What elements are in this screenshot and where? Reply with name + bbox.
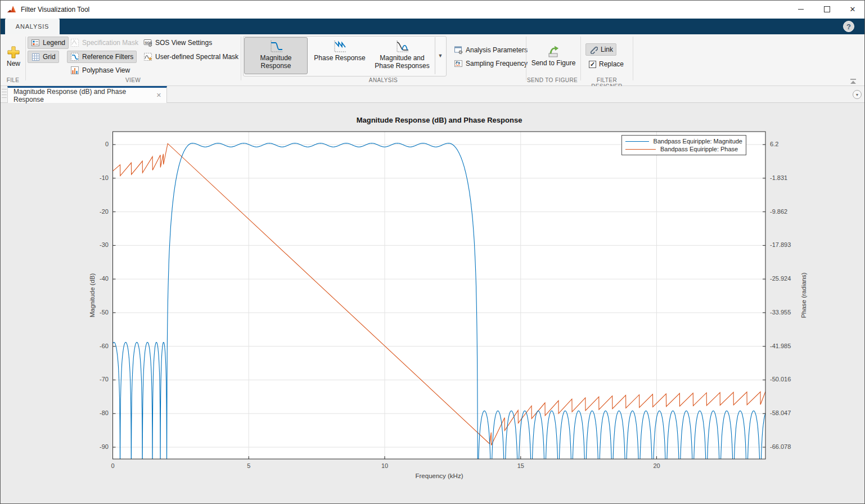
window-title: Filter Visualization Tool <box>21 1 89 19</box>
y-left-tick-label: -80 <box>84 410 109 416</box>
plot-title: Magnitude Response (dB) and Phase Respon… <box>226 116 653 124</box>
y-right-tick-label: -25.924 <box>770 275 809 282</box>
x-tick-label: 20 <box>646 462 668 469</box>
maximize-button[interactable] <box>814 1 840 18</box>
link-toggle[interactable]: Link <box>585 43 616 56</box>
analysis-parameters-icon <box>454 46 463 55</box>
user-defined-spectral-mask-button[interactable]: User-defined Spectral Mask <box>140 51 242 63</box>
specification-mask-label: Specification Mask <box>82 39 138 47</box>
x-tick-label: 15 <box>510 462 532 469</box>
reference-filters-toggle[interactable]: Reference Filters <box>67 51 137 63</box>
legend[interactable]: Bandpass Equiripple: Magnitude Bandpass … <box>621 135 746 155</box>
y-left-tick-label: -40 <box>84 275 109 282</box>
send-to-figure-label: Send to Figure <box>531 59 576 67</box>
y-right-tick-label: -66.078 <box>770 443 809 450</box>
specification-mask-icon <box>70 38 79 47</box>
reference-filters-label: Reference Filters <box>82 53 133 61</box>
user-defined-spectral-mask-label: User-defined Spectral Mask <box>155 53 238 61</box>
legend-label-magnitude: Bandpass Equiripple: Magnitude <box>654 138 742 145</box>
toolstrip: New Legend Grid <box>1 34 864 86</box>
phase-response-label: Phase Response <box>314 54 365 62</box>
document-tab-label: Magnitude Response (dB) and Phase Respon… <box>8 88 151 104</box>
grid-icon <box>31 52 40 61</box>
legend-entry-phase: Bandpass Equiripple: Phase <box>625 145 742 153</box>
y-right-tick-label: -1.831 <box>770 174 809 181</box>
phase-response-button[interactable]: Phase Response <box>309 37 371 74</box>
user-defined-spectral-mask-icon <box>143 52 152 61</box>
reference-filters-icon <box>70 52 79 61</box>
help-button[interactable]: ? <box>843 21 854 32</box>
sos-view-settings-icon: SOS <box>143 38 152 47</box>
x-axis-label: Frequency (kHz) <box>226 472 653 479</box>
tab-bar-grip[interactable] <box>2 89 7 100</box>
polyphase-view-label: Polyphase View <box>82 66 130 74</box>
title-bar: Filter Visualization Tool ✕ <box>1 1 864 19</box>
sos-view-settings-button[interactable]: SOS SOS View Settings <box>140 37 215 49</box>
minimize-button[interactable] <box>788 1 814 18</box>
tab-analysis[interactable]: ANALYSIS <box>5 19 60 34</box>
x-tick-label: 10 <box>373 462 396 469</box>
phase-response-icon <box>332 39 347 54</box>
magnitude-response-label: Magnitude Response <box>245 54 307 70</box>
matlab-logo-icon <box>7 5 17 14</box>
y-left-tick-label: -70 <box>84 376 109 382</box>
magnitude-response-icon <box>269 39 283 54</box>
section-separator <box>25 37 26 80</box>
analysis-parameters-button[interactable]: Analysis Parameters <box>450 44 531 56</box>
y-left-tick-label: -60 <box>84 343 109 349</box>
send-to-figure-icon <box>546 44 561 59</box>
document-tab-bar: Magnitude Response (dB) and Phase Respon… <box>1 86 864 103</box>
maximize-icon <box>824 6 830 12</box>
section-separator <box>580 37 581 80</box>
x-tick-label: 0 <box>102 462 124 469</box>
section-label-file: FILE <box>1 77 25 83</box>
magnitude-and-phase-responses-button[interactable]: Magnitude and Phase Responses <box>371 37 434 74</box>
send-to-figure-button[interactable]: Send to Figure <box>529 38 578 74</box>
magnitude-and-phase-responses-icon <box>395 39 409 54</box>
y-left-tick-label: -50 <box>84 309 109 316</box>
polyphase-view-button[interactable]: Polyphase View <box>67 64 133 76</box>
link-label: Link <box>601 46 613 53</box>
magnitude-and-phase-responses-label: Magnitude and Phase Responses <box>371 54 433 70</box>
replace-checkbox[interactable]: ✓ <box>589 61 596 68</box>
y-left-tick-label: -10 <box>84 174 109 181</box>
legend-line-phase <box>625 149 656 150</box>
magnitude-response-button[interactable]: Magnitude Response <box>244 37 308 74</box>
analysis-parameters-label: Analysis Parameters <box>466 46 528 54</box>
legend-icon <box>31 38 40 47</box>
grid-toggle-label: Grid <box>43 53 56 61</box>
replace-label: Replace <box>599 60 624 68</box>
legend-line-magnitude <box>625 141 649 142</box>
tab-actions-button[interactable]: ▼ <box>853 90 862 99</box>
sampling-frequency-icon: Fs <box>454 59 463 68</box>
sampling-frequency-button[interactable]: Fs Sampling Frequency <box>450 57 531 70</box>
section-separator <box>241 37 241 80</box>
y-right-tick-label: -17.893 <box>770 241 809 248</box>
y-left-tick-label: -90 <box>84 443 109 450</box>
document-tab-close-icon[interactable]: ✕ <box>151 92 166 99</box>
y-right-tick-label: -41.985 <box>770 343 809 349</box>
replace-checkbox-row[interactable]: ✓ Replace <box>585 58 627 70</box>
collapse-toolstrip-icon <box>849 78 858 85</box>
new-plus-icon <box>6 45 21 60</box>
legend-entry-magnitude: Bandpass Equiripple: Magnitude <box>625 137 742 145</box>
minimize-icon <box>798 9 804 10</box>
legend-toggle[interactable]: Legend <box>28 37 69 49</box>
new-button[interactable]: New <box>3 38 24 75</box>
close-button[interactable]: ✕ <box>840 1 865 18</box>
document-tab[interactable]: Magnitude Response (dB) and Phase Respon… <box>7 86 167 103</box>
y-left-tick-label: -30 <box>84 241 109 248</box>
y-right-tick-label: 6.2 <box>770 141 809 147</box>
y-right-tick-label: -58.047 <box>770 410 809 416</box>
link-icon <box>589 45 598 54</box>
new-button-label: New <box>7 60 20 68</box>
close-icon: ✕ <box>850 5 856 14</box>
section-label-analysis: ANALYSIS <box>241 77 526 83</box>
section-label-view: VIEW <box>25 77 241 83</box>
specification-mask-button: Specification Mask <box>67 37 142 49</box>
chevron-down-icon: ▼ <box>438 53 443 58</box>
analysis-gallery-dropdown[interactable]: ▼ <box>435 37 445 74</box>
section-separator <box>633 37 633 80</box>
filter-visualization-tool-window: Magnitude Response (dB) and Phase Respon… <box>0 0 865 504</box>
grid-toggle[interactable]: Grid <box>28 51 59 63</box>
